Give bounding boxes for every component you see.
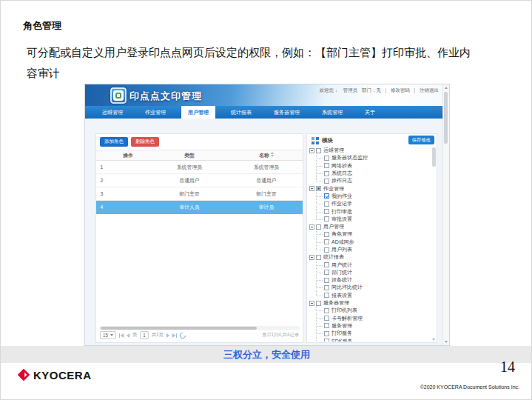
tree-item[interactable]: AD域同步: [309, 239, 431, 246]
tab-users[interactable]: 用户管理: [181, 106, 215, 119]
tree-item[interactable]: 统计报表: [309, 253, 431, 261]
body-text: 可分配或自定义用户登录印点点网页后设定的权限，例如：【部门主管】打印审批、作业内…: [27, 42, 515, 84]
tree-item[interactable]: 部门统计: [309, 269, 431, 276]
scroll-up-icon[interactable]: [445, 87, 448, 89]
scrollbar-thumb[interactable]: [444, 92, 448, 144]
checkbox-unchecked[interactable]: [316, 148, 321, 153]
checkbox-unchecked[interactable]: [316, 255, 321, 260]
tab-about[interactable]: 关于: [362, 106, 378, 119]
tree-scrollbar[interactable]: [432, 147, 436, 341]
change-password-link[interactable]: 修改密码: [391, 87, 410, 94]
table-row[interactable]: 2 普通用户 普通用户: [96, 174, 303, 187]
tree-item[interactable]: 运维管理: [309, 147, 431, 154]
next-page-button[interactable]: [166, 333, 169, 338]
save-changes-button[interactable]: 保存修改: [408, 136, 434, 144]
app-vertical-scrollbar[interactable]: [442, 84, 449, 345]
checkbox-unchecked[interactable]: [324, 308, 329, 313]
tree-connector: [316, 206, 323, 213]
checkbox-unchecked[interactable]: [324, 285, 329, 290]
page-size-select[interactable]: 15: [100, 331, 116, 339]
delete-role-button[interactable]: 删除角色: [131, 137, 159, 147]
tree-item[interactable]: 服务器管理: [309, 299, 431, 307]
tree-item[interactable]: SDK服务: [309, 337, 431, 341]
checkbox-unchecked[interactable]: [324, 278, 329, 283]
tree-item[interactable]: 作业记录: [309, 200, 431, 207]
collapse-icon[interactable]: [309, 224, 314, 230]
tree-item[interactable]: 打印服务: [309, 330, 431, 337]
table-row[interactable]: 1 系统管理员 系统管理员: [96, 161, 303, 174]
tree-item[interactable]: 报表设置: [309, 292, 431, 299]
tree-item[interactable]: 我的作业: [309, 193, 431, 200]
checkbox-unchecked[interactable]: [324, 156, 329, 161]
refresh-icon[interactable]: [178, 331, 186, 339]
checkbox-partial[interactable]: [316, 186, 321, 191]
col-type[interactable]: 类型: [149, 152, 230, 159]
checkbox-unchecked[interactable]: [316, 224, 321, 230]
scrollbar-thumb[interactable]: [101, 327, 257, 330]
prev-page-button[interactable]: [127, 333, 129, 338]
tree-connector: [316, 198, 323, 204]
tree-item[interactable]: 用户统计: [309, 261, 431, 268]
tree-item[interactable]: 用户列表: [309, 246, 431, 253]
checkbox-unchecked[interactable]: [324, 239, 329, 244]
table-row-selected[interactable]: 4 审计人员 审计员: [96, 201, 303, 214]
tab-operations[interactable]: 运维管理: [99, 106, 126, 119]
modules-tree: 运维管理 服务器状态监控 网络抄表 系统日志 操作日志 作业管理 我的作业 作业…: [309, 147, 431, 341]
checkbox-unchecked[interactable]: [324, 331, 329, 336]
checkbox-unchecked[interactable]: [324, 201, 329, 207]
tree-item[interactable]: 服务器状态监控: [309, 154, 431, 161]
tree-item[interactable]: 卡号解析管理: [309, 315, 431, 322]
checkbox-unchecked[interactable]: [324, 179, 329, 184]
tree-item[interactable]: 审批设置: [309, 216, 431, 223]
collapse-icon[interactable]: [309, 186, 314, 191]
tree-item[interactable]: 设备统计: [309, 276, 431, 284]
checkbox-unchecked[interactable]: [324, 262, 329, 267]
collapse-icon[interactable]: [309, 301, 314, 306]
tree-connector: [316, 336, 323, 341]
tab-system[interactable]: 系统管理: [319, 106, 346, 119]
modules-panel: 模块 保存修改 运维管理 服务器状态监控 网络抄表 系统日志 操作日志 作业管理…: [306, 133, 437, 343]
page-number-input[interactable]: 1: [140, 331, 149, 339]
add-role-button[interactable]: 添加角色: [100, 137, 128, 147]
tree-item[interactable]: 同比环比统计: [309, 284, 431, 291]
tree-item[interactable]: 系统日志: [309, 170, 431, 177]
scroll-down-icon[interactable]: [432, 339, 435, 341]
tree-item[interactable]: 打印审批: [309, 207, 431, 215]
scroll-down-icon[interactable]: [445, 341, 448, 343]
checkbox-unchecked[interactable]: [324, 163, 329, 168]
checkbox-unchecked[interactable]: [324, 293, 329, 298]
checkbox-unchecked[interactable]: [324, 316, 329, 321]
col-operation[interactable]: 操作: [107, 152, 149, 159]
logout-link[interactable]: 注销退出: [420, 87, 439, 94]
tab-reports[interactable]: 统计报表: [228, 106, 255, 119]
collapse-icon[interactable]: [309, 148, 314, 153]
sort-icon[interactable]: [271, 152, 274, 157]
tree-connector: [316, 190, 323, 197]
tree-item[interactable]: 操作日志: [309, 177, 431, 184]
checkbox-unchecked[interactable]: [324, 209, 329, 214]
tree-item[interactable]: 服务管理: [309, 322, 431, 330]
checkbox-unchecked[interactable]: [316, 301, 321, 306]
tree-connector: [316, 267, 323, 273]
tab-jobs[interactable]: 作业管理: [142, 106, 169, 119]
first-page-button[interactable]: [119, 333, 124, 338]
scrollbar-thumb[interactable]: [432, 147, 436, 167]
tree-item[interactable]: 用户管理: [309, 223, 431, 230]
checkbox-unchecked[interactable]: [324, 270, 329, 275]
collapse-icon[interactable]: [309, 255, 314, 260]
col-name[interactable]: 名称: [230, 152, 303, 159]
checkbox-unchecked[interactable]: [324, 171, 329, 176]
last-page-button[interactable]: [172, 333, 177, 338]
tree-item[interactable]: 作业管理: [309, 184, 431, 192]
checkbox-checked[interactable]: [324, 193, 329, 199]
checkbox-unchecked[interactable]: [324, 339, 329, 341]
tree-item[interactable]: 网络抄表: [309, 162, 431, 170]
tree-item[interactable]: 打印机列表: [309, 307, 431, 314]
tab-servers[interactable]: 服务器管理: [271, 106, 303, 119]
table-row[interactable]: 3 部门主管 部门主管: [96, 187, 303, 201]
checkbox-unchecked[interactable]: [324, 247, 329, 253]
checkbox-unchecked[interactable]: [324, 323, 329, 328]
checkbox-unchecked[interactable]: [324, 232, 329, 237]
tree-item[interactable]: 角色管理: [309, 230, 431, 238]
checkbox-unchecked[interactable]: [324, 216, 329, 221]
